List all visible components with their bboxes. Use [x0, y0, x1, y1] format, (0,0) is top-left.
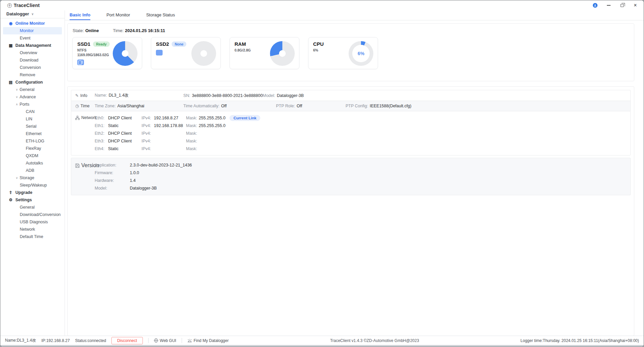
eth-port-label: Eth0:: [95, 116, 108, 120]
eth-port-label: Eth4:: [95, 146, 108, 151]
ptp-config-value: IEEE1588(Default.cfg): [370, 104, 411, 108]
device-selector[interactable]: Datalogger ∨: [0, 10, 65, 17]
sidebar-item-event[interactable]: Event: [3, 34, 62, 42]
ram-usage-pie: [270, 41, 295, 66]
disconnect-button[interactable]: Disconnect: [111, 337, 143, 344]
sidebar-item-serial[interactable]: Serial: [3, 123, 62, 130]
timezone-label: Time Zone:: [95, 104, 116, 108]
download-manager-icon[interactable]: [593, 3, 597, 8]
title-bar: ㊉ TraceClient ×: [0, 0, 644, 10]
network-row: Eth1:StaticIPv4:192.168.178.88Mask:255.2…: [95, 122, 630, 129]
sidebar-item-adb[interactable]: ADB: [3, 167, 62, 174]
sidebar-item-autotalks[interactable]: Autotalks: [3, 159, 62, 167]
ptp-role-label: PTP Role:: [276, 104, 295, 108]
cpu-usage-ring: 6%: [349, 41, 373, 66]
sidebar-item-general[interactable]: ∨General: [3, 86, 62, 93]
footer-copyright: TraceClient v1.4.3 ©ZD-Automotive GmbH@2…: [330, 338, 419, 343]
version-key: Hardware:: [95, 178, 130, 183]
sidebar-item-lin[interactable]: LIN: [3, 115, 62, 123]
maximize-button[interactable]: [620, 3, 624, 8]
sidebar-item-label: FlexRay: [26, 146, 41, 151]
sidebar-item-label: LIN: [26, 117, 32, 121]
sidebar-item-label: ETH-LOG: [26, 139, 44, 143]
footer-separator: [148, 338, 149, 343]
sidebar-item-usb-diagnosis[interactable]: USB Diagnosis: [3, 218, 62, 226]
sidebar-item-label: Advance: [20, 95, 36, 99]
sidebar-item-upgrade[interactable]: ⇧Upgrade: [3, 189, 62, 196]
sidebar-item-label: Autotalks: [26, 161, 43, 165]
version-value: 1.0.0: [130, 170, 139, 175]
sidebar-item-online-monitor[interactable]: ◉Online Monitor: [3, 20, 62, 27]
web-gui-link[interactable]: Web GUI: [154, 338, 176, 343]
time-row: ◷ Time Time Zone:Asia/Shanghai Time Auto…: [71, 101, 630, 111]
sidebar-item-eth-log[interactable]: ETH-LOG: [3, 137, 62, 145]
find-my-datalogger-link[interactable]: Find My Datalogger: [187, 338, 229, 343]
version-row: Application:2.3.0-dev-build-2023-12-21_1…: [95, 161, 630, 169]
sidebar-item-label: General: [20, 87, 34, 92]
time-auto-label: Time Automatically:: [183, 104, 219, 108]
version-key: Firmware:: [95, 170, 130, 175]
sidebar-item-settings[interactable]: ⚙Settings: [3, 196, 62, 204]
ipv4-label: IPv4:: [142, 139, 154, 143]
ssd-icon: [77, 60, 84, 65]
sidebar-item-download-conversion[interactable]: Download/Conversion: [3, 211, 62, 218]
tab-basic-info[interactable]: Basic Info: [70, 10, 90, 20]
footer-separator: [182, 338, 182, 343]
network-rows: Eth0:DHCP ClientIPv4:192.168.8.27Mask:25…: [95, 114, 630, 152]
mask-label: Mask:: [186, 139, 199, 143]
tab-storage-status[interactable]: Storage Status: [146, 10, 175, 20]
eth-port-label: Eth2:: [95, 131, 108, 136]
sidebar-item-default-time[interactable]: Default Time: [3, 233, 62, 240]
ssd1-usage-pie: [113, 41, 137, 66]
tab-bar: Basic Info Port Monitor Storage Status: [65, 10, 644, 20]
eth-port-label: Eth3:: [95, 139, 108, 143]
version-table: Version Application:2.3.0-dev-build-2023…: [71, 158, 631, 195]
sidebar-item-data-management[interactable]: ▦Data Management: [3, 42, 62, 49]
sidebar-item-can[interactable]: CAN: [3, 108, 62, 115]
sidebar-item-settings-general[interactable]: General: [3, 204, 62, 211]
sidebar-item-remove[interactable]: Remove: [3, 71, 62, 79]
sidebar-item-ethernet[interactable]: Ethernet: [3, 130, 62, 137]
sidebar-item-configuration[interactable]: ▤Configuration: [3, 79, 62, 86]
sidebar-item-download[interactable]: Download: [3, 56, 62, 64]
sidebar-item-label: General: [20, 205, 34, 210]
sidebar-item-label: CAN: [26, 109, 34, 114]
sidebar-item-sleep-wakeup[interactable]: Sleep/Wakeup: [3, 182, 62, 189]
close-button[interactable]: ×: [633, 3, 638, 8]
eye-icon: ◉: [8, 21, 13, 26]
info-time-table: ✎ Info Name:DL3_1.4改 SN:3e888800-3e88-88…: [71, 90, 631, 111]
mask-label: Mask:: [186, 131, 199, 136]
globe-icon: [154, 338, 158, 343]
model-value: Datalogger-3B: [277, 93, 304, 98]
version-value: Datalogger-3B: [130, 186, 157, 191]
ipv4-label: IPv4:: [142, 123, 154, 128]
sidebar-item-overview[interactable]: Overview: [3, 49, 62, 56]
current-link-badge: Current Link: [229, 115, 260, 121]
ssd-icon: [156, 50, 163, 55]
mask-label: Mask:: [186, 116, 199, 120]
app-title: TraceClient: [14, 3, 40, 8]
sidebar-item-network-settings[interactable]: Network: [3, 226, 62, 233]
tab-port-monitor[interactable]: Port Monitor: [106, 10, 130, 20]
cpu-ring-label: 6%: [349, 41, 373, 66]
sidebar: Datalogger ∨ ◉Online MonitorMonitorEvent…: [0, 10, 65, 336]
sidebar-item-label: Ethernet: [26, 131, 41, 136]
sn-value: 3e888800-3e88-8800-2021-3e8888002021: [192, 93, 263, 98]
sidebar-item-ports[interactable]: ∧Ports: [3, 101, 62, 108]
sidebar-item-conversion[interactable]: Conversion: [3, 64, 62, 71]
eth-port-label: Eth1:: [95, 123, 108, 128]
minimize-button[interactable]: [606, 3, 611, 8]
sidebar-item-monitor[interactable]: Monitor: [3, 27, 62, 34]
ipv4-value: 192.168.8.27: [154, 116, 186, 120]
ssd1-card: SSD1 Ready NTFS 1169.09G/1863.02G: [72, 37, 142, 69]
footer-logger-time: Logger time:Thursday. 2024.01.25 16:15:1…: [521, 338, 639, 343]
sidebar-item-qxdm[interactable]: QXDM: [3, 152, 62, 159]
app-logo-icon: ㊉: [7, 2, 12, 9]
sidebar-item-advance[interactable]: ∨Advance: [3, 93, 62, 101]
sidebar-item-flexray[interactable]: FlexRay: [3, 145, 62, 152]
app-logo: ㊉ TraceClient: [0, 2, 40, 9]
mask-value: 255.255.255.0: [199, 123, 229, 128]
version-rows: Application:2.3.0-dev-build-2023-12-21_1…: [95, 161, 630, 192]
sidebar-item-storage[interactable]: ∨Storage: [3, 174, 62, 182]
device-state: State:Online: [73, 28, 99, 33]
